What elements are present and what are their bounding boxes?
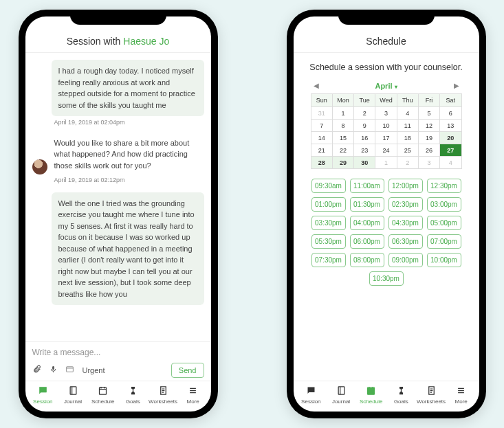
urgent-icon[interactable] [65, 364, 74, 376]
message-bubble: I had a rough day today. I noticed mysel… [52, 60, 204, 116]
time-slot[interactable]: 05:00pm [427, 216, 461, 230]
tab-journal[interactable]: Journal [58, 385, 88, 405]
message-row: Would you like to share a bit more about… [32, 135, 204, 185]
calendar-day[interactable]: 19 [418, 132, 439, 144]
calendar-day[interactable]: 29 [332, 157, 353, 169]
calendar-day[interactable]: 23 [354, 144, 375, 157]
calendar-day[interactable]: 28 [311, 157, 332, 169]
header-prefix: Session with [67, 36, 123, 47]
tab-label: Session [301, 398, 320, 405]
calendar-day[interactable]: 17 [375, 132, 397, 144]
time-slot[interactable]: 01:30pm [350, 197, 384, 212]
tab-schedule[interactable]: Schedule [88, 385, 118, 405]
calendar-day[interactable]: 1 [332, 107, 353, 120]
calendar-day[interactable]: 11 [397, 120, 418, 132]
tab-session[interactable]: Session [28, 385, 58, 405]
calendar-day[interactable]: 24 [375, 144, 397, 157]
svg-rect-5 [338, 387, 344, 394]
tab-worksheets[interactable]: Worksheets [416, 385, 446, 405]
message-bubble: Would you like to share a bit more about… [52, 135, 204, 174]
message-composer: Write a message... Urgent Send [25, 341, 211, 381]
calendar-day[interactable]: 9 [354, 120, 375, 132]
calendar-day[interactable]: 12 [418, 120, 439, 132]
calendar-day[interactable]: 10 [375, 120, 397, 132]
time-slot[interactable]: 08:00pm [350, 253, 384, 267]
calendar-day[interactable]: 20 [440, 132, 461, 144]
next-month-button[interactable]: ▶ [451, 80, 462, 91]
calendar-dow: Wed [375, 94, 397, 107]
calendar-day[interactable]: 25 [397, 144, 418, 157]
calendar-day[interactable]: 27 [440, 144, 461, 157]
time-slot[interactable]: 07:30pm [311, 253, 346, 267]
counselor-name: Haesue Jo [123, 36, 169, 47]
time-slot[interactable]: 06:30pm [388, 234, 423, 249]
time-slot[interactable]: 04:30pm [388, 216, 423, 230]
svg-rect-1 [66, 367, 73, 372]
time-slot[interactable]: 03:30pm [311, 216, 346, 230]
calendar-day[interactable]: 5 [418, 107, 439, 120]
time-slot[interactable]: 06:00pm [350, 234, 384, 249]
calendar-day[interactable]: 6 [440, 107, 461, 120]
calendar-day[interactable]: 15 [332, 132, 353, 144]
tab-goals[interactable]: Goals [118, 385, 149, 405]
time-slot[interactable]: 10:30pm [369, 271, 404, 286]
tab-label: More [187, 398, 199, 405]
time-slot[interactable]: 12:30pm [427, 179, 461, 193]
calendar-dow: Sat [440, 94, 461, 107]
time-slot[interactable]: 11:00am [350, 179, 384, 193]
message-row: I had a rough day today. I noticed mysel… [32, 60, 204, 128]
time-slot[interactable]: 03:00pm [427, 197, 461, 212]
tab-journal[interactable]: Journal [326, 385, 356, 405]
time-slot[interactable]: 12:00pm [388, 179, 423, 193]
tab-bar: SessionJournalScheduleGoalsWorksheetsMor… [25, 381, 211, 412]
tab-label: Session [33, 398, 52, 405]
time-slot[interactable]: 07:00pm [427, 234, 461, 249]
message-input[interactable]: Write a message... [32, 348, 204, 357]
microphone-icon[interactable] [50, 364, 57, 376]
notch [338, 10, 435, 25]
tab-schedule[interactable]: Schedule [356, 385, 386, 405]
chat-body[interactable]: I had a rough day today. I noticed mysel… [25, 53, 211, 341]
calendar-day[interactable]: 3 [375, 107, 397, 120]
phone-session: Session with Haesue Jo I had a rough day… [19, 10, 218, 418]
calendar-nav: ◀ April ▾ ▶ [311, 80, 462, 91]
tab-goals[interactable]: Goals [386, 385, 417, 405]
calendar-day[interactable]: 30 [354, 157, 375, 169]
calendar-day[interactable]: 22 [332, 144, 353, 157]
time-slot[interactable]: 02:30pm [388, 197, 423, 212]
tab-session[interactable]: Session [296, 385, 327, 405]
calendar-day[interactable]: 4 [397, 107, 418, 120]
tab-label: Goals [126, 398, 140, 405]
send-button[interactable]: Send [171, 363, 204, 378]
screen-session: Session with Haesue Jo I had a rough day… [25, 16, 211, 412]
calendar-day[interactable]: 26 [418, 144, 439, 157]
time-slot[interactable]: 04:00pm [350, 216, 384, 230]
tab-worksheets[interactable]: Worksheets [148, 385, 178, 405]
calendar-day[interactable]: 8 [332, 120, 353, 132]
calendar-day[interactable]: 13 [440, 120, 461, 132]
time-slot[interactable]: 05:30pm [311, 234, 346, 249]
calendar-dow: Sun [311, 94, 332, 107]
time-slot[interactable]: 09:00pm [388, 253, 423, 267]
journal-icon [336, 385, 347, 397]
attachment-icon[interactable] [32, 364, 41, 376]
message-bubble: Well the one I tried was the grounding e… [52, 192, 204, 306]
calendar-day[interactable]: 14 [311, 132, 332, 144]
prev-month-button[interactable]: ◀ [311, 80, 322, 91]
worksheets-icon [158, 385, 168, 397]
session-icon [38, 385, 48, 397]
schedule-icon [366, 385, 376, 397]
current-month[interactable]: April ▾ [375, 82, 397, 90]
calendar-day[interactable]: 21 [311, 144, 332, 157]
calendar-day[interactable]: 18 [397, 132, 418, 144]
time-slot[interactable]: 10:00pm [427, 253, 461, 267]
calendar-day: 3 [418, 157, 439, 169]
calendar-day[interactable]: 7 [311, 120, 332, 132]
tab-more[interactable]: More [178, 385, 208, 405]
calendar-day[interactable]: 2 [354, 107, 375, 120]
tab-more[interactable]: More [446, 385, 476, 405]
time-slot[interactable]: 09:30am [311, 179, 346, 193]
time-slot[interactable]: 01:00pm [311, 197, 346, 212]
calendar-day[interactable]: 16 [354, 132, 375, 144]
schedule-icon [98, 385, 108, 397]
